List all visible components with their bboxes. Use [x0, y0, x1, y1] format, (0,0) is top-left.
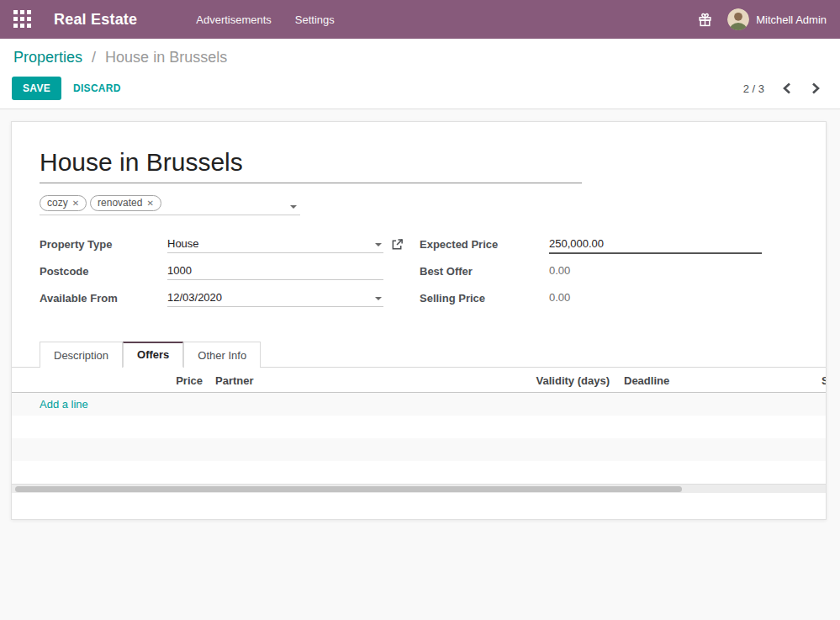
form-sheet: House in Brussels cozy ✕ renovated ✕ Pro…	[11, 121, 827, 520]
column-validity[interactable]: Validity (days)	[441, 374, 610, 387]
tab-description[interactable]: Description	[40, 342, 123, 368]
discard-button[interactable]: DISCARD	[73, 82, 121, 94]
breadcrumb-current: House in Brussels	[105, 49, 227, 66]
postcode-label: Postcode	[40, 264, 167, 278]
topbar-right: Mitchell Admin	[698, 8, 827, 30]
remove-tag-icon[interactable]: ✕	[72, 199, 79, 208]
add-line-row: Add a line	[12, 393, 826, 416]
property-type-external-link-icon[interactable]	[391, 238, 404, 251]
column-partner[interactable]: Partner	[215, 374, 254, 387]
property-type-label: Property Type	[40, 237, 167, 251]
empty-row	[12, 438, 826, 461]
menu-advertisements[interactable]: Advertisements	[196, 13, 272, 26]
user-name: Mitchell Admin	[756, 13, 827, 26]
empty-row	[12, 461, 826, 484]
pager-value: 2 / 3	[743, 82, 764, 95]
tags-dropdown-icon[interactable]	[290, 205, 297, 209]
tags-input[interactable]: cozy ✕ renovated ✕	[40, 195, 300, 215]
breadcrumb-separator: /	[92, 49, 96, 66]
breadcrumb-properties[interactable]: Properties	[13, 49, 82, 66]
empty-row	[12, 416, 826, 438]
title-underline	[40, 183, 582, 183]
pager-next-icon[interactable]	[810, 81, 822, 96]
offers-table: Price Partner Validity (days) Deadline S…	[12, 368, 826, 484]
expected-price-label: Expected Price	[420, 237, 549, 251]
menu-settings[interactable]: Settings	[295, 13, 335, 26]
sheet-bottom-space	[12, 493, 826, 520]
top-menu: Advertisements Settings	[196, 13, 698, 26]
selling-price-value: 0.00	[549, 291, 762, 304]
tag-label: renovated	[98, 197, 142, 209]
app-title[interactable]: Real Estate	[54, 11, 137, 29]
user-avatar	[727, 8, 749, 30]
column-status[interactable]: Status	[822, 374, 826, 387]
tag-label: cozy	[47, 197, 68, 209]
user-menu[interactable]: Mitchell Admin	[727, 8, 827, 30]
column-price[interactable]: Price	[12, 374, 203, 387]
pager-previous-icon[interactable]	[781, 81, 793, 96]
tab-other-info[interactable]: Other Info	[183, 342, 261, 368]
gift-icon[interactable]	[698, 13, 712, 27]
tab-offers[interactable]: Offers	[123, 342, 183, 368]
available-from-input[interactable]: 12/03/2020	[167, 291, 383, 307]
column-deadline[interactable]: Deadline	[624, 374, 669, 387]
remove-tag-icon[interactable]: ✕	[146, 199, 153, 208]
available-from-dropdown-icon[interactable]	[375, 297, 382, 300]
top-navbar: Real Estate Advertisements Settings Mitc…	[0, 0, 840, 39]
scrollbar-thumb[interactable]	[15, 486, 682, 492]
expected-price-input[interactable]: 250,000.00	[549, 237, 762, 254]
property-type-dropdown-icon[interactable]	[375, 243, 382, 246]
notebook-tabs: Description Offers Other Info	[12, 342, 826, 368]
horizontal-scrollbar[interactable]	[12, 484, 826, 493]
property-type-input[interactable]: House	[167, 237, 383, 253]
tag-cozy: cozy ✕	[40, 195, 87, 211]
offers-table-header: Price Partner Validity (days) Deadline S…	[12, 368, 826, 393]
available-from-label: Available From	[40, 291, 167, 305]
property-title-input[interactable]: House in Brussels	[40, 147, 798, 178]
apps-menu-icon[interactable]	[13, 10, 32, 29]
best-offer-value: 0.00	[549, 264, 762, 277]
breadcrumb: Properties / House in Brussels	[12, 49, 827, 66]
tag-renovated: renovated ✕	[90, 195, 161, 211]
save-button[interactable]: SAVE	[12, 77, 61, 100]
best-offer-label: Best Offer	[420, 264, 549, 278]
add-a-line-link[interactable]: Add a line	[40, 398, 88, 411]
postcode-input[interactable]: 1000	[167, 264, 383, 280]
pager: 2 / 3	[743, 81, 827, 96]
control-panel: Properties / House in Brussels SAVE DISC…	[0, 39, 840, 109]
selling-price-label: Selling Price	[420, 291, 549, 305]
